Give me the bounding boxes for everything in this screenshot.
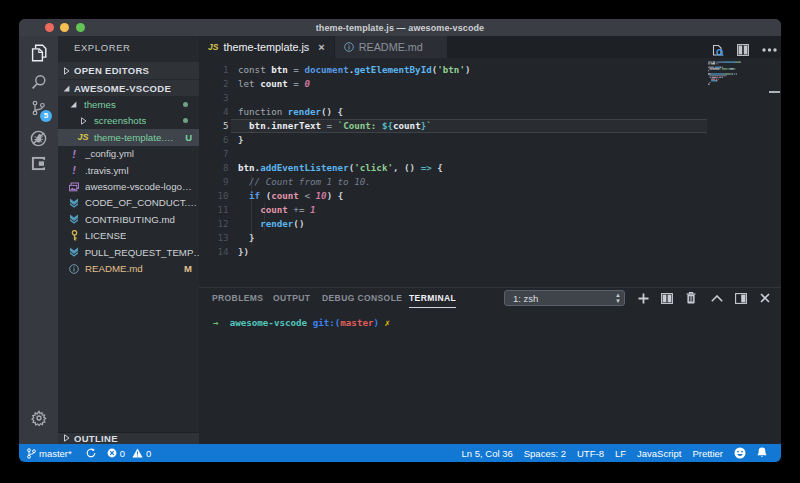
status-cursor-position[interactable]: Ln 5, Col 36 [462,448,513,459]
sync-icon [86,448,96,458]
tree-item-themes[interactable]: themes [58,96,199,112]
line-number: 12 [199,217,229,231]
terminal-select-value: 1: zsh [513,293,538,304]
tree-item--travis-yml[interactable]: !.travis.yml [58,162,199,178]
open-preview-icon[interactable] [711,44,724,57]
tree-item-label: screenshots [94,115,146,126]
line-number: 7 [199,147,229,161]
git-status-dot [183,102,188,107]
close-panel-button[interactable] [757,290,773,306]
error-count: 0 [120,448,125,459]
indent-guide [264,203,265,231]
activity-debug-button[interactable] [19,124,58,152]
status-eol[interactable]: LF [615,448,626,459]
line-number: 9 [199,175,229,189]
activity-explorer-button[interactable] [19,39,58,67]
line-number: 5 [199,119,229,133]
terminal-select[interactable]: 1: zsh ▲▼ [504,290,625,306]
editor-tab-readme-md[interactable]: README.md [334,36,447,58]
tree-item-contributing-md[interactable]: CONTRIBUTING.md [58,211,199,227]
notifications-bell-icon[interactable] [757,447,767,459]
titlebar: theme-template.js — awesome-vscode [19,19,781,36]
tab-label: theme-template.js [223,41,309,53]
tree-item-readme-md[interactable]: README.mdM [58,260,199,276]
status-language-mode[interactable]: JavaScript [637,448,681,459]
line-number: 8 [199,161,229,175]
git-branch-status[interactable]: master* [27,448,72,459]
code-line-3: 3 [199,91,781,105]
code-editor[interactable]: 1const btn = document.getElementById('bt… [199,58,781,287]
tree-item-pull-request-temp-[interactable]: PULL_REQUEST_TEMP… [58,244,199,260]
activity-search-button[interactable] [19,68,58,96]
code-line-8: 8btn.addEventListener('click', () => { [199,161,781,175]
more-actions-icon[interactable] [762,48,777,52]
sidebar-explorer: EXPLORER OPEN EDITORS AWESOME-VSCODE the… [58,36,199,444]
code-line-4: 4function render() { [199,105,781,119]
split-editor-icon[interactable] [737,44,749,56]
info-file-icon [69,264,79,274]
settings-gear-button[interactable] [19,404,58,432]
status-encoding[interactable]: UTF-8 [577,448,604,459]
info-file-icon [344,42,354,52]
source-control-badge: 5 [40,110,52,122]
tree-item-awesome-vscode-logo-[interactable]: awesome-vscode-logo… [58,178,199,194]
triangle-expanded-icon [63,85,70,92]
indent-guide [251,119,252,133]
new-terminal-button[interactable] [635,290,651,306]
overview-ruler-cursor [769,91,780,93]
tree-item-label: themes [84,99,116,110]
status-formatter[interactable]: Prettier [692,448,723,459]
open-editors-label: OPEN EDITORS [74,65,149,76]
feedback-smiley-icon[interactable] [734,447,746,459]
line-number: 10 [199,189,229,203]
problems-status[interactable]: 0 0 [107,448,152,459]
window-title: theme-template.js — awesome-vscode [19,19,781,36]
chevron-right-icon [80,117,87,125]
activity-bar: 5 [19,36,58,444]
branch-name: master* [39,448,72,459]
warning-icon [132,448,143,458]
chevron-right-icon [63,434,70,442]
tree-item-theme-template-[interactable]: JStheme-template.…U [58,129,199,145]
code-line-9: 9 // Count from 1 to 10. [199,175,781,189]
folder-section-header[interactable]: AWESOME-VSCODE [58,80,199,96]
panel-tab-terminal[interactable]: TERMINAL [409,293,456,303]
panel-tab-problems[interactable]: PROBLEMS [212,293,263,303]
line-number: 6 [199,133,229,147]
line-number: 1 [199,63,229,77]
code-line-10: 10 if (count < 10) { [199,189,781,203]
terminal-output[interactable]: → awesome-vscode git:(master) ✗ [213,317,390,328]
tab-bar: JStheme-template.js× README.md [199,36,781,58]
maximize-panel-button[interactable] [709,290,725,306]
activity-extensions-button[interactable] [19,150,58,178]
kill-terminal-button[interactable] [683,290,699,306]
split-terminal-button[interactable] [659,290,675,306]
markdown-file-icon [69,214,79,224]
code-line-2: 2let count = 0 [199,77,781,91]
yaml-file-icon: ! [69,148,79,160]
editor-tab-theme-template-js[interactable]: JStheme-template.js× [199,36,334,58]
sync-button[interactable] [86,448,96,458]
tree-item-label: awesome-vscode-logo… [85,181,192,192]
code-lines: 1const btn = document.getElementById('bt… [199,63,781,259]
markdown-file-icon [69,198,79,208]
error-icon [107,448,117,458]
activity-source-control-button[interactable]: 5 [19,94,58,122]
tab-close-icon[interactable]: × [318,41,324,53]
yaml-file-icon: ! [69,164,79,176]
tree-item-screenshots[interactable]: screenshots [58,113,199,129]
tree-item-code-of-conduct-[interactable]: CODE_OF_CONDUCT.… [58,195,199,211]
panel-tab-debug-console[interactable]: DEBUG CONSOLE [322,293,402,303]
tree-item--config-yml[interactable]: !_config.yml [58,146,199,162]
vscode-window: theme-template.js — awesome-vscode 5 EXP… [19,19,781,462]
warning-count: 0 [146,448,151,459]
tree-item-label: theme-template.… [94,132,174,143]
panel-tab-output[interactable]: OUTPUT [273,293,310,303]
status-right: Ln 5, Col 36Spaces: 2UTF-8LFJavaScriptPr… [462,447,781,459]
panel-position-button[interactable] [733,290,749,306]
open-editors-section[interactable]: OPEN EDITORS [58,62,199,79]
status-indentation[interactable]: Spaces: 2 [524,448,566,459]
outline-section[interactable]: OUTLINE [58,432,199,444]
git-status-letter: M [184,263,192,274]
tree-item-license[interactable]: LICENSE [58,228,199,244]
